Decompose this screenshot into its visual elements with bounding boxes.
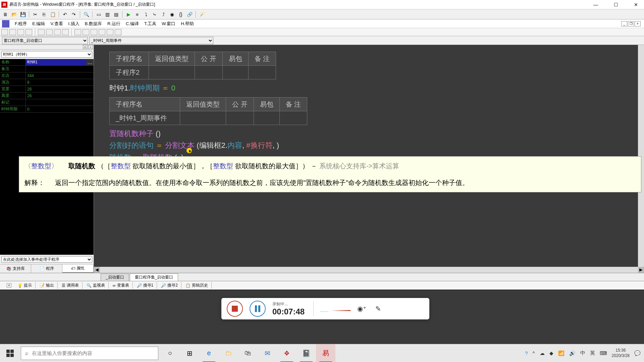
module-icon[interactable] xyxy=(2,20,9,27)
start-button[interactable] xyxy=(0,344,20,362)
tab-hint[interactable]: 💡提示 xyxy=(14,282,36,289)
align-btn[interactable] xyxy=(25,29,32,35)
align-btn[interactable] xyxy=(115,29,121,35)
chevron-up-icon[interactable]: ^ xyxy=(533,350,535,356)
wizard-icon[interactable]: 🪄 xyxy=(198,10,206,18)
webcam-icon[interactable]: ◉⁺ xyxy=(357,304,367,313)
step-over-icon[interactable]: ⤵ xyxy=(142,10,150,18)
tab-variables[interactable]: ∞变量表 xyxy=(109,282,133,289)
menu-window[interactable]: W.窗口 xyxy=(159,21,178,27)
align-btn[interactable] xyxy=(91,29,97,35)
tile-v-icon[interactable]: ▤ xyxy=(112,10,120,18)
braces-icon[interactable]: {} xyxy=(177,10,185,18)
object-selector[interactable]: 时钟1（时钟） xyxy=(1,51,92,58)
align-btn[interactable] xyxy=(46,29,53,35)
redo-icon[interactable]: ↷ xyxy=(70,10,78,18)
property-value[interactable]: 8 xyxy=(25,79,94,85)
panel-close-icon[interactable]: × xyxy=(88,45,93,49)
undo-icon[interactable]: ↶ xyxy=(61,10,69,18)
property-row[interactable]: 名称时钟1… xyxy=(0,59,94,66)
tab-program[interactable]: 📄程序 xyxy=(31,264,62,273)
ime-indicator[interactable]: 中 xyxy=(580,350,585,356)
horizontal-scrollbar[interactable]: ◄ ► xyxy=(94,267,644,273)
save-icon[interactable]: 💾 xyxy=(19,10,27,18)
app-task-icon[interactable]: ❖ xyxy=(277,344,297,362)
menu-program[interactable]: F.程序 xyxy=(12,21,30,27)
tab-clip-history[interactable]: 📋剪辑历史 xyxy=(182,282,212,289)
align-btn[interactable] xyxy=(9,29,16,35)
eyuyan-task-icon[interactable]: 易 xyxy=(316,344,335,362)
task-view-icon[interactable]: ⊞ xyxy=(180,344,199,362)
clock[interactable]: 15:36 2020/3/28 xyxy=(612,348,630,358)
property-row[interactable]: 宽度26 xyxy=(0,86,94,93)
scroll-left-icon[interactable]: ◄ xyxy=(94,267,100,273)
property-value[interactable]: 26 xyxy=(25,86,94,92)
tile-h-icon[interactable]: ▥ xyxy=(103,10,111,18)
lang-indicator[interactable]: 英 xyxy=(590,350,595,356)
edge-icon[interactable]: e xyxy=(199,344,219,362)
find-icon[interactable]: 🔍 xyxy=(82,10,90,18)
event-handler-selector[interactable]: 在此处选择加入事件处理子程序 xyxy=(1,256,92,263)
cortana-icon[interactable]: ○ xyxy=(160,344,180,362)
store-icon[interactable]: 🛍 xyxy=(238,344,258,362)
property-more-button[interactable]: … xyxy=(86,59,94,65)
record-pause-button[interactable] xyxy=(250,301,266,317)
mail-icon[interactable]: ✉ xyxy=(258,344,277,362)
stop-icon[interactable]: ■ xyxy=(133,10,141,18)
align-btn[interactable] xyxy=(74,29,81,35)
tab-watch[interactable]: 🔍监视表 xyxy=(83,282,109,289)
tab-library[interactable]: 📚支持库 xyxy=(0,264,31,273)
property-row[interactable]: 时钟周期0 xyxy=(0,106,94,113)
doc-tab-window[interactable]: _启动窗口 xyxy=(101,274,129,281)
tab-search1[interactable]: 🔎搜寻1 xyxy=(133,282,157,289)
copy-icon[interactable]: ⎘ xyxy=(40,10,48,18)
align-btn[interactable] xyxy=(1,29,8,35)
property-value[interactable]: 344 xyxy=(25,72,94,79)
volume-icon[interactable]: 🔊 xyxy=(569,350,576,356)
property-row[interactable]: 左边344 xyxy=(0,72,94,79)
notepad-icon[interactable]: 📓 xyxy=(297,344,316,362)
align-btn[interactable] xyxy=(83,29,89,35)
property-value[interactable]: 26 xyxy=(25,93,94,99)
menu-run[interactable]: R.运行 xyxy=(105,21,123,27)
menu-database[interactable]: B.数据库 xyxy=(82,21,105,27)
property-row[interactable]: 标记 xyxy=(0,99,94,106)
notifications-icon[interactable]: 💬 xyxy=(634,350,641,356)
menu-help[interactable]: H.帮助 xyxy=(178,21,197,27)
module-selector[interactable]: 窗口程序集_启动窗口 xyxy=(2,37,88,44)
menu-compile[interactable]: C.编译 xyxy=(123,21,142,27)
mdi-minimize[interactable]: _ xyxy=(621,21,627,26)
property-row[interactable]: 高度26 xyxy=(0,93,94,99)
wifi-icon[interactable]: 📶 xyxy=(558,350,565,356)
property-row[interactable]: 顶边8 xyxy=(0,79,94,86)
window-icon[interactable]: ▭ xyxy=(95,10,103,18)
tab-properties[interactable]: 🏷属性 xyxy=(62,264,94,273)
align-btn[interactable] xyxy=(54,29,61,35)
tab-search2[interactable]: 🔎搜寻2 xyxy=(158,282,181,289)
taskbar-search[interactable]: ⌕ xyxy=(21,347,158,360)
taskbar-search-input[interactable] xyxy=(32,350,154,356)
property-value[interactable]: 0 xyxy=(25,106,94,112)
menu-insert[interactable]: I.插入 xyxy=(66,21,82,27)
output-close-icon[interactable]: × xyxy=(7,283,11,288)
menu-view[interactable]: V.查看 xyxy=(48,21,65,27)
record-stop-button[interactable] xyxy=(227,301,243,317)
keyboard-tray-icon[interactable]: ⌨ xyxy=(600,350,607,356)
scroll-right-icon[interactable]: ► xyxy=(638,267,644,273)
align-btn[interactable] xyxy=(107,29,113,35)
align-btn[interactable] xyxy=(99,29,105,35)
property-value[interactable] xyxy=(25,99,94,106)
property-row[interactable]: 备注 xyxy=(0,66,94,72)
panel-pin-icon[interactable]: ▭ xyxy=(83,45,88,49)
tab-callstack[interactable]: ☰调用表 xyxy=(58,282,83,289)
menu-edit[interactable]: E.编辑 xyxy=(30,21,48,27)
mdi-restore[interactable]: ❐ xyxy=(628,21,634,26)
open-file-icon[interactable]: 📂 xyxy=(10,10,18,18)
run-icon[interactable]: ▶ xyxy=(124,10,132,18)
new-file-icon[interactable]: 🗎 xyxy=(1,10,9,18)
step-out-icon[interactable]: ⤴ xyxy=(159,10,167,18)
safe-tray-icon[interactable]: ◆ xyxy=(549,350,553,356)
cloud-tray-icon[interactable]: ☁ xyxy=(540,350,545,356)
minimize-button[interactable]: — xyxy=(589,1,602,8)
pencil-icon[interactable]: ✎ xyxy=(373,304,383,313)
